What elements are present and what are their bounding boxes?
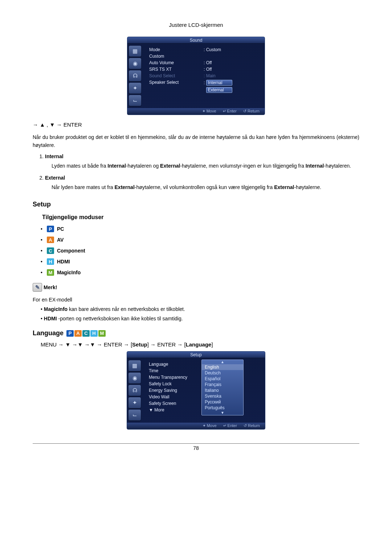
menu-path: MENU → ▼ →▼ →▼ → ENTER → [Setup] → ENTER… [41,341,359,348]
badge-p: P [66,330,74,337]
note-item: HDMI -porten og nettverksboksen kan ikke… [41,316,359,321]
lang-option: Français [202,382,243,387]
osd-picture-icon: ▦ [128,360,141,371]
osd-row-value: External [204,87,261,93]
osd-row-value: : Custom [204,47,261,52]
language-heading: Language [33,329,64,337]
osd-setup-title: Setup [127,352,265,358]
osd-row-label: SRS TS XT [149,67,204,72]
osd-input-icon: ◉ [128,373,141,383]
osd-setup-labels: Language Time Menu Transparency Safety L… [149,362,200,420]
note-item: MagicInfo kan bare aktiveres når en nett… [41,306,359,312]
lang-option: Español [202,376,243,382]
osd-row-value: : Off [204,60,261,65]
osd-row-label: Speaker Select [149,80,204,85]
nav-instruction: → ▲ , ▼ → ENTER [33,122,359,128]
osd-row-label: Time [149,368,200,373]
lang-option: Português [202,405,243,411]
list-item: External Når lyden bare mates ut fra Ext… [45,175,359,191]
option-title: External [45,175,65,181]
notes-list: MagicInfo kan bare aktiveres når en nett… [41,306,359,321]
osd-footer-move: ✦ Move [202,109,216,115]
ex-model-line: For en EX-modell [33,297,359,303]
pencil-icon: ✎ [33,283,42,292]
osd-footer: ✦ Move ↵ Enter ↺ Return [127,108,265,115]
mode-item: HHDMI [41,258,359,265]
chevron-up-icon: ▲ [202,360,243,364]
osd-row-label: Video Wall [149,394,200,399]
chevron-down-icon: ▼ [202,411,243,415]
osd-row-label: ▼ More [149,407,200,413]
osd-row-label: Safety Lock [149,381,200,386]
osd-setup: Setup ▦ ◉ ☊ ✦ ⌙ Language Time Menu Trans… [127,351,265,430]
osd-sound-values: : Custom : Off : Off : Main : Internal E… [204,47,261,100]
mode-badge-h: H [47,258,54,265]
mode-item: PPC [41,226,359,232]
osd-row-label: Auto Volume [149,60,204,65]
osd-sidebar: ▦ ◉ ☊ ✦ ⌙ [127,358,145,423]
osd-audio-icon: ☊ [128,385,141,396]
osd-row-label: Menu Transparency [149,375,200,380]
osd-footer-enter: ↵ Enter [223,423,237,429]
osd-row-value: : Off [204,67,261,72]
osd-multi-icon: ⌙ [128,410,141,420]
osd-sound-title: Sound [127,37,265,44]
badge-m: M [98,330,106,337]
mode-item: MMagicInfo [41,269,359,276]
intro-paragraph: Når du bruker produktet og det er koblet… [33,134,359,149]
option-body: Lyden mates ut både fra Internal-høytale… [52,162,359,170]
note-heading: ✎ Merk! [33,283,57,292]
mode-badge-p: P [47,226,54,232]
osd-row-value [204,54,261,59]
lang-option: Deutsch [202,370,243,376]
mode-badge-c: C [47,247,54,254]
lang-option: English [202,364,243,370]
lang-option: Русский [202,399,243,405]
osd-footer-return: ↺ Return [243,109,260,115]
osd-footer-return: ↺ Return [244,423,260,429]
mode-badge-m: M [47,269,54,276]
badge-c: C [82,330,90,337]
badge-h: H [90,330,98,337]
osd-multi-icon: ⌙ [129,95,141,106]
speaker-option-list: Internal Lyden mates ut både fra Interna… [45,153,359,191]
option-body: Når lyden bare mates ut fra External-høy… [52,184,359,191]
list-item: Internal Lyden mates ut både fra Interna… [45,153,359,170]
mode-badge-a: A [47,237,54,243]
osd-row-label: Energy Saving [149,388,200,393]
option-title: Internal [45,153,64,159]
language-dropdown: ▲ English Deutsch Español Français Itali… [201,360,244,415]
language-badges: P A C H M [66,330,106,337]
setup-heading: Setup [33,201,359,208]
lang-option: Italiano [202,387,243,393]
osd-input-icon: ◉ [129,58,141,69]
badge-a: A [74,330,82,337]
osd-sound: Sound ▦ ◉ ☊ ✦ ⌙ Mode Custom Auto Volume … [127,37,265,115]
osd-footer-enter: ↵ Enter [223,109,237,115]
osd-setup-icon: ✦ [128,397,141,408]
mode-item: AAV [41,237,359,243]
osd-row-label: Language [149,362,200,367]
osd-row-value: : Main [204,73,261,78]
footer-rule [33,443,359,444]
osd-row-label: Mode [149,47,204,52]
osd-sidebar: ▦ ◉ ☊ ✦ ⌙ [127,44,146,108]
osd-picture-icon: ▦ [129,46,141,57]
mode-list: PPC AAV CComponent HHDMI MMagicInfo [41,226,359,276]
modes-heading: Tilgjengelige moduser [42,214,359,221]
osd-footer-move: ✦ Move [203,423,217,429]
osd-sound-labels: Mode Custom Auto Volume SRS TS XT Sound … [149,47,204,100]
osd-setup-icon: ✦ [129,83,141,94]
page-number: 78 [33,445,359,451]
osd-row-label: Sound Select [149,73,204,78]
osd-row-value: : Internal [204,80,261,86]
mode-item: CComponent [41,247,359,254]
lang-option: Svenska [202,393,243,399]
osd-row-label: Custom [149,54,204,59]
osd-row-label: Safety Screen [149,401,200,406]
osd-footer: ✦ Move ↵ Enter ↺ Return [127,423,265,429]
osd-audio-icon: ☊ [129,70,141,81]
page-header: Justere LCD-skjermen [33,22,359,28]
